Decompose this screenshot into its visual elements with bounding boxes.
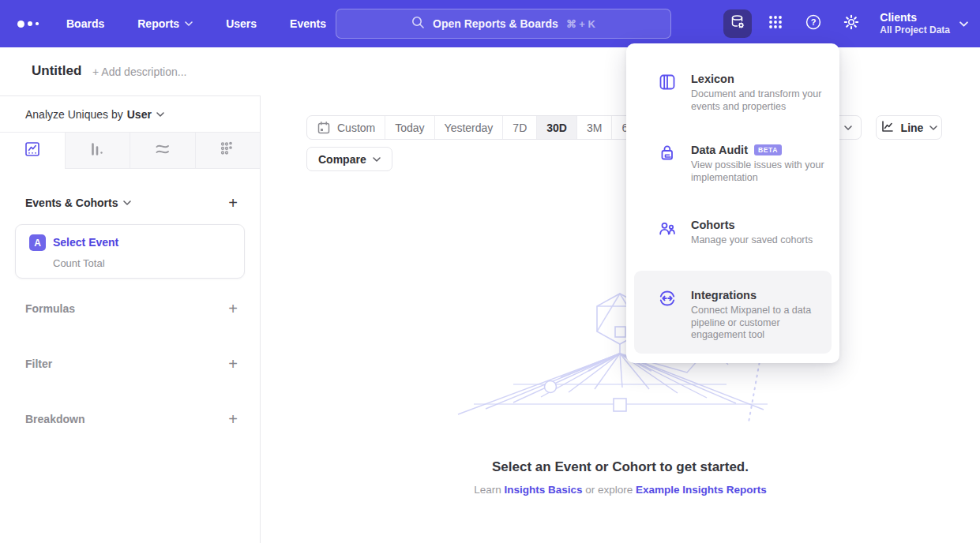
analyze-by-dropdown[interactable]: User [127, 108, 164, 121]
menu-item-title: Cohorts [691, 218, 813, 232]
project-switcher[interactable]: Clients All Project Data [880, 11, 967, 36]
filter-header: Filter [25, 358, 52, 370]
add-formula-button[interactable]: + [228, 301, 238, 316]
lexicon-icon [658, 73, 677, 92]
top-navigation-bar: Boards Reports Users Events Open Reports… [0, 0, 980, 47]
chevron-down-icon [185, 21, 193, 26]
mixpanel-logo-icon[interactable] [17, 21, 44, 28]
subtitle-prefix: Learn [474, 484, 504, 496]
apps-grid-button[interactable] [761, 9, 790, 38]
search-input[interactable]: Open Reports & Boards ⌘ + K [336, 9, 671, 39]
data-management-menu: Lexicon Document and transform your even… [626, 43, 839, 363]
events-cohorts-toggle[interactable]: Events & Cohorts [25, 197, 131, 209]
filter-row: Filter + [25, 350, 238, 377]
nav-boards[interactable]: Boards [66, 17, 104, 30]
date-range-3m[interactable]: 3M [576, 116, 611, 139]
calendar-icon [317, 121, 331, 135]
database-gear-icon [729, 13, 746, 34]
add-description-field[interactable]: + Add description... [92, 66, 186, 78]
menu-item-description: Connect Mixpanel to a data pipeline or c… [691, 305, 832, 342]
menu-item-description: View possible issues with your implement… [691, 159, 843, 184]
add-breakdown-button[interactable]: + [228, 411, 238, 427]
empty-state-subtitle: Learn Insights Basics or explore Example… [261, 484, 980, 496]
cohorts-icon [658, 219, 677, 238]
tab-line-chart[interactable] [0, 133, 65, 169]
menu-item-title: Integrations [691, 288, 832, 302]
date-range-custom[interactable]: Custom [307, 116, 385, 139]
date-range-30d[interactable]: 30D [536, 116, 576, 139]
report-canvas: Custom Today Yesterday 7D 30D 3M 6M Comp… [261, 95, 980, 543]
analyze-uniques-row: Analyze Uniques by User [0, 96, 260, 133]
event-badge: A [29, 234, 46, 251]
date-range-today[interactable]: Today [385, 116, 434, 139]
breakdown-row: Breakdown + [25, 406, 238, 433]
primary-nav: Boards Reports Users Events [66, 17, 326, 30]
date-range-7d[interactable]: 7D [502, 116, 536, 139]
svg-text:?: ? [811, 17, 817, 27]
chevron-down-icon [156, 112, 164, 117]
chevron-down-icon [373, 157, 381, 162]
analyze-label: Analyze Uniques by [25, 108, 123, 121]
beta-badge: BETA [754, 144, 782, 155]
menu-item-integrations[interactable]: Integrations Connect Mixpanel to a data … [634, 271, 832, 354]
query-builder-sidebar: Analyze Uniques by User Events & Cohorts… [0, 95, 261, 543]
settings-button[interactable] [837, 9, 865, 38]
date-range-yesterday[interactable]: Yesterday [434, 116, 503, 139]
help-icon: ? [805, 13, 822, 34]
formulas-header: Formulas [25, 302, 75, 315]
integrations-icon [658, 289, 677, 308]
event-card[interactable]: A Select Event Count Total [15, 224, 245, 279]
tab-metric-grid[interactable] [195, 133, 261, 168]
menu-item-title: Data Audit [691, 143, 748, 157]
data-audit-icon [658, 144, 677, 163]
chevron-down-icon [123, 200, 131, 205]
add-filter-button[interactable]: + [228, 356, 238, 372]
chart-type-tabs [0, 133, 260, 169]
gear-icon [843, 13, 860, 34]
menu-item-description: Manage your saved cohorts [691, 234, 813, 247]
chart-type-dropdown[interactable]: Line [876, 115, 942, 140]
tab-bar-chart[interactable] [65, 133, 130, 168]
data-management-button[interactable] [723, 9, 752, 38]
breakdown-header: Breakdown [25, 413, 84, 425]
insights-basics-link[interactable]: Insights Basics [504, 484, 582, 496]
menu-item-data-audit[interactable]: Data Audit BETA View possible issues wit… [626, 143, 839, 184]
nav-reports[interactable]: Reports [137, 17, 193, 30]
search-icon [411, 16, 425, 32]
events-cohorts-row: Events & Cohorts + [25, 189, 238, 216]
search-placeholder: Open Reports & Boards [433, 17, 558, 30]
report-title[interactable]: Untitled [32, 63, 81, 79]
count-total-label[interactable]: Count Total [53, 257, 105, 269]
nav-events[interactable]: Events [290, 17, 326, 30]
subtitle-middle: or explore [582, 484, 636, 496]
search-shortcut: ⌘ + K [566, 18, 595, 30]
help-button[interactable]: ? [799, 9, 828, 38]
compare-button[interactable]: Compare [306, 147, 392, 171]
menu-item-cohorts[interactable]: Cohorts Manage your saved cohorts [626, 218, 839, 247]
org-name: Clients [880, 11, 950, 24]
menu-item-title: Lexicon [691, 72, 824, 86]
chevron-down-icon [929, 125, 937, 130]
grid-icon [767, 13, 784, 34]
flow-icon [154, 140, 171, 161]
chevron-down-icon [959, 21, 967, 26]
menu-item-description: Document and transform your events and p… [691, 88, 824, 113]
chevron-down-icon [844, 125, 852, 130]
tab-flow-chart[interactable] [130, 133, 195, 168]
formulas-row: Formulas + [25, 295, 238, 322]
add-event-button[interactable]: + [228, 195, 238, 211]
date-range-control: Custom Today Yesterday 7D 30D 3M 6M [306, 115, 648, 140]
menu-item-integrations-content: Integrations Connect Mixpanel to a data … [634, 288, 832, 342]
menu-item-lexicon[interactable]: Lexicon Document and transform your even… [626, 72, 839, 113]
line-icon [880, 119, 895, 136]
nav-users[interactable]: Users [226, 17, 257, 30]
project-name: All Project Data [880, 24, 950, 36]
topbar-actions: ? Clients All Project Data [723, 0, 967, 47]
dot-grid-icon [219, 140, 236, 161]
bar-chart-icon [88, 140, 106, 161]
select-event-label[interactable]: Select Event [53, 236, 118, 249]
empty-state-title: Select an Event or Cohort to get started… [261, 459, 980, 475]
example-reports-link[interactable]: Example Insights Reports [636, 484, 767, 496]
line-chart-icon [24, 140, 41, 161]
